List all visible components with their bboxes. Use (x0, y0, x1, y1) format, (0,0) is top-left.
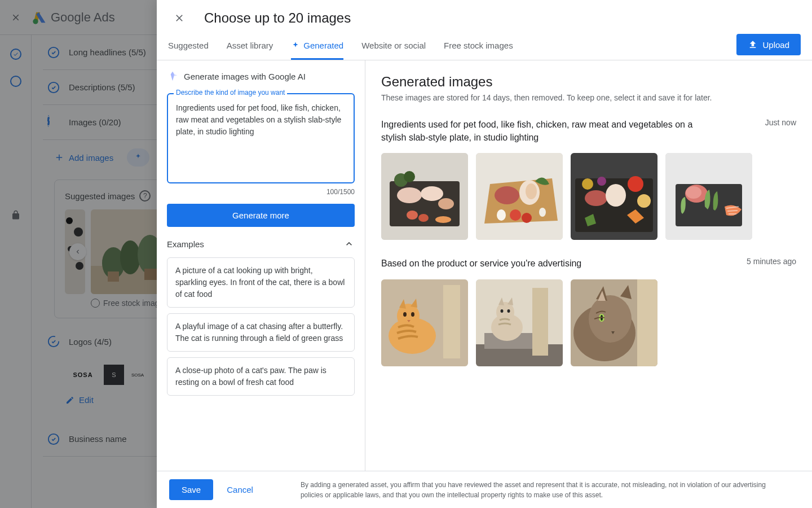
suggested-images-label: Suggested images (65, 191, 135, 201)
generated-image[interactable] (665, 153, 752, 240)
tab-asset-library[interactable]: Asset library (227, 32, 273, 60)
left-rail (0, 35, 32, 508)
ai-title-row: Generate images with Google AI (167, 71, 355, 82)
add-images-button[interactable]: Add images (47, 148, 120, 167)
prompt-input[interactable] (167, 93, 355, 183)
tab-generated-label: Generated (303, 41, 343, 50)
svg-point-33 (522, 213, 532, 223)
lock-icon (11, 210, 21, 220)
chevron-up-icon (343, 238, 355, 249)
svg-rect-58 (532, 288, 548, 356)
svg-rect-13 (108, 271, 119, 282)
edit-label: Edit (79, 395, 94, 405)
logo-thumb[interactable]: SOSA (127, 365, 148, 385)
check-circle-icon (47, 433, 60, 445)
generated-image[interactable] (571, 279, 657, 366)
svg-point-4 (66, 217, 73, 224)
examples-toggle[interactable]: Examples (167, 238, 355, 249)
svg-point-15 (48, 336, 59, 347)
svg-point-24 (407, 211, 418, 220)
svg-point-21 (438, 198, 454, 209)
group1-images (381, 153, 796, 240)
svg-point-43 (637, 194, 651, 208)
cancel-button[interactable]: Cancel (222, 479, 258, 500)
help-icon[interactable]: ? (139, 190, 151, 202)
tab-generated[interactable]: Generated (291, 32, 343, 60)
chevron-left-icon (74, 248, 82, 256)
add-images-label: Add images (69, 153, 113, 163)
example-prompt[interactable]: A close-up photo of a cat's paw. The paw… (167, 357, 355, 396)
svg-point-41 (582, 178, 593, 190)
svg-point-23 (404, 171, 415, 182)
svg-point-34 (497, 209, 506, 221)
tab-stock[interactable]: Free stock images (444, 32, 513, 60)
tab-bar: Suggested Asset library Generated Websit… (157, 32, 812, 60)
generated-image[interactable] (381, 153, 468, 240)
svg-point-26 (435, 216, 451, 223)
modal-title: Choose up to 20 images (204, 10, 351, 26)
tab-website[interactable]: Website or social (361, 32, 426, 60)
generate-more-button[interactable]: Generate more (167, 204, 355, 227)
examples-label: Examples (167, 239, 204, 249)
sparkle-icon (291, 41, 300, 50)
descriptions-label: Descriptions (5/5) (69, 82, 135, 92)
step-current-icon[interactable] (10, 76, 21, 87)
group2-title: Based on the product or service you're a… (381, 257, 581, 270)
google-ads-icon (32, 10, 47, 25)
svg-point-47 (686, 186, 701, 199)
svg-rect-49 (443, 285, 460, 358)
svg-point-42 (597, 177, 606, 186)
generated-image[interactable] (476, 279, 563, 366)
svg-point-20 (421, 186, 443, 201)
results-title: Generated images (381, 74, 796, 90)
logos-label: Logos (4/5) (69, 337, 112, 347)
example-prompt[interactable]: A playful image of a cat chasing after a… (167, 313, 355, 352)
group2-images (381, 279, 796, 366)
svg-point-25 (418, 214, 429, 222)
svg-point-54 (411, 312, 414, 317)
tab-suggested[interactable]: Suggested (168, 32, 209, 60)
svg-rect-64 (637, 279, 657, 366)
generated-image[interactable] (476, 153, 563, 240)
images-label: Images (0/20) (69, 117, 121, 127)
results-panel: Generated images These images are stored… (365, 60, 812, 471)
char-counter: 100/1500 (167, 188, 355, 196)
upload-button[interactable]: Upload (736, 34, 801, 55)
upload-icon (748, 40, 758, 50)
close-icon (174, 12, 185, 24)
results-subtitle: These images are stored for 14 days, the… (381, 93, 796, 102)
close-modal-button[interactable] (168, 7, 191, 29)
ai-title-text: Generate images with Google AI (184, 72, 306, 81)
svg-point-40 (628, 176, 643, 192)
upload-label: Upload (762, 40, 789, 50)
close-icon[interactable] (9, 11, 23, 24)
brand-google: Google (51, 10, 91, 24)
example-prompt[interactable]: A picture of a cat looking up with brigh… (167, 257, 355, 308)
business-name-label: Business name (69, 434, 127, 444)
globe-icon (91, 299, 100, 308)
prompt-label: Describe the kind of image you want (174, 89, 287, 97)
generated-image[interactable] (381, 279, 468, 366)
save-button[interactable]: Save (169, 479, 213, 500)
group1-title: Ingredients used for pet food, like fish… (381, 118, 714, 144)
step-complete-icon[interactable] (10, 49, 21, 60)
svg-rect-14 (144, 269, 157, 280)
incomplete-circle-icon (47, 116, 60, 129)
svg-point-38 (585, 190, 607, 206)
svg-point-32 (510, 209, 521, 221)
prev-button[interactable] (69, 243, 86, 260)
logo-thumb[interactable]: SOSA (65, 365, 100, 385)
svg-point-11 (120, 240, 140, 274)
brand-ads: Ads (94, 10, 115, 24)
partial-circle-icon (47, 335, 60, 348)
generated-image[interactable] (571, 153, 657, 240)
logo-thumb[interactable]: S (104, 365, 124, 385)
svg-point-2 (48, 82, 59, 92)
svg-point-19 (397, 187, 422, 203)
generate-chip[interactable] (127, 148, 149, 167)
group2-time: 5 minutes ago (747, 257, 796, 266)
svg-point-1 (48, 47, 59, 57)
check-circle-icon (47, 46, 60, 59)
disclaimer-text: By adding a generated asset, you affirm … (301, 480, 780, 500)
google-ads-logo: Google Ads (32, 10, 115, 25)
